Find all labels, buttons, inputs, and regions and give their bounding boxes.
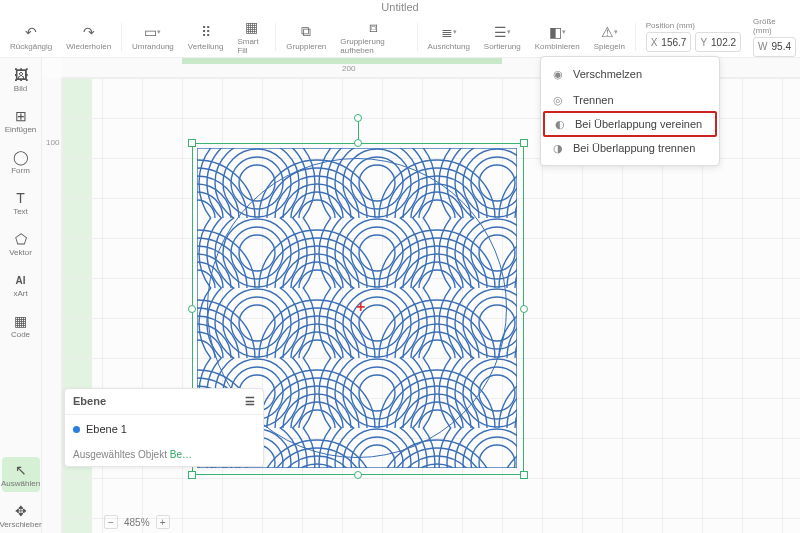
select-label: Auswählen — [1, 479, 40, 488]
position-group: Position (mm) X156.7 Y102.2 — [646, 21, 741, 52]
subtract-icon: ◑ — [551, 141, 565, 155]
handle-mid-right[interactable] — [520, 305, 528, 313]
vector-tool[interactable]: ⬠Vektor — [2, 226, 40, 261]
zoom-value: 485% — [124, 517, 150, 528]
layers-title: Ebene — [73, 395, 106, 408]
code-icon: ▦ — [12, 312, 30, 330]
image-tool[interactable]: 🖼Bild — [2, 62, 40, 97]
zoom-controls: − 485% + — [104, 515, 170, 529]
size-w-field[interactable]: W95.4 — [753, 37, 796, 57]
separator — [635, 23, 636, 51]
ruler-tick-100: 100 — [46, 138, 59, 147]
redo-icon: ↷ — [80, 23, 98, 41]
layers-panel[interactable]: Ebene ☰ Ebene 1 Ausgewähltes Objekt Be… — [64, 388, 264, 467]
selected-prefix: Ausgewähltes Objekt — [73, 449, 170, 460]
undo-button[interactable]: ↶Rückgängig — [4, 21, 58, 53]
distribute-button[interactable]: ⠿Verteilung — [182, 21, 230, 53]
merge-label: Verschmelzen — [573, 68, 642, 80]
y-value: 102.2 — [711, 37, 736, 48]
separator — [417, 23, 418, 51]
window-title: Untitled — [0, 0, 800, 16]
ruler-vertical: 100 — [42, 78, 62, 533]
combine-dropdown-menu: ◉Verschmelzen ◎Trennen ◐Bei Überlappung … — [540, 56, 720, 166]
shape-label: Form — [11, 166, 30, 175]
align-icon: ≣▾ — [440, 23, 458, 41]
menu-merge[interactable]: ◉Verschmelzen — [541, 61, 719, 87]
combine-button[interactable]: ◧▾Kombinieren — [529, 21, 586, 53]
move-tool[interactable]: ✥Verschieber — [2, 498, 40, 533]
sort-button[interactable]: ☰▾Sortierung — [478, 21, 527, 53]
handle-bottom-left[interactable] — [188, 471, 196, 479]
shape-tool[interactable]: ◯Form — [2, 144, 40, 179]
menu-separate[interactable]: ◎Trennen — [541, 87, 719, 113]
union-label: Bei Überlappung vereinen — [575, 118, 702, 130]
select-tool[interactable]: ↖Auswählen — [2, 457, 40, 492]
selected-link[interactable]: Be… — [170, 449, 192, 460]
insert-label: Einfügen — [5, 125, 37, 134]
rotation-line — [358, 120, 359, 140]
cursor-icon: ↖ — [12, 461, 30, 479]
xart-label: xArt — [13, 289, 27, 298]
ungroup-label: Gruppierung aufheben — [340, 37, 406, 55]
size-label: Größe (mm) — [753, 17, 796, 35]
undo-icon: ↶ — [22, 23, 40, 41]
layers-menu-icon[interactable]: ☰ — [245, 395, 255, 408]
separate-icon: ◎ — [551, 93, 565, 107]
move-label: Verschieber — [0, 520, 42, 529]
position-label: Position (mm) — [646, 21, 741, 30]
xart-icon: AI — [12, 271, 30, 289]
group-button[interactable]: ⧉Gruppieren — [280, 21, 332, 53]
separator — [121, 23, 122, 51]
code-tool[interactable]: ▦Code — [2, 308, 40, 343]
x-value: 156.7 — [661, 37, 686, 48]
insert-tool[interactable]: ⊞Einfügen — [2, 103, 40, 138]
insert-icon: ⊞ — [12, 107, 30, 125]
outline-icon: ▭▾ — [144, 23, 162, 41]
rotation-handle[interactable] — [354, 114, 362, 122]
handle-mid-left[interactable] — [188, 305, 196, 313]
menu-union-overlap[interactable]: ◐Bei Überlappung vereinen — [543, 111, 717, 137]
xart-tool[interactable]: AIxArt — [2, 267, 40, 302]
union-icon: ◐ — [553, 117, 567, 131]
combine-label: Kombinieren — [535, 42, 580, 51]
selected-object-row: Ausgewähltes Objekt Be… — [65, 443, 263, 466]
handle-top-left[interactable] — [188, 139, 196, 147]
distribute-label: Verteilung — [188, 42, 224, 51]
handle-mid-top[interactable] — [354, 139, 362, 147]
ungroup-button[interactable]: ⧈Gruppierung aufheben — [334, 16, 412, 57]
text-tool[interactable]: TText — [2, 185, 40, 220]
handle-top-right[interactable] — [520, 139, 528, 147]
text-label: Text — [13, 207, 28, 216]
outline-button[interactable]: ▭▾Umrandung — [126, 21, 180, 53]
smartfill-icon: ▦ — [242, 18, 260, 36]
w-prefix: W — [758, 41, 767, 52]
redo-label: Wiederholen — [66, 42, 111, 51]
smartfill-button[interactable]: ▦Smart Fill — [231, 16, 271, 57]
redo-button[interactable]: ↷Wiederholen — [60, 21, 117, 53]
sort-label: Sortierung — [484, 42, 521, 51]
align-button[interactable]: ≣▾Ausrichtung — [422, 21, 476, 53]
w-value: 95.4 — [772, 41, 791, 52]
zoom-out-button[interactable]: − — [104, 515, 118, 529]
text-icon: T — [12, 189, 30, 207]
zoom-in-button[interactable]: + — [156, 515, 170, 529]
layers-header: Ebene ☰ — [65, 389, 263, 415]
vector-icon: ⬠ — [12, 230, 30, 248]
ruler-tick-200: 200 — [342, 64, 355, 73]
merge-icon: ◉ — [551, 67, 565, 81]
mirror-button[interactable]: ⚠▾Spiegeln — [588, 21, 631, 53]
subtract-label: Bei Überlappung trennen — [573, 142, 695, 154]
shape-icon: ◯ — [12, 148, 30, 166]
handle-bottom-right[interactable] — [520, 471, 528, 479]
vector-label: Vektor — [9, 248, 32, 257]
position-x-field[interactable]: X156.7 — [646, 32, 692, 52]
align-label: Ausrichtung — [428, 42, 470, 51]
ungroup-icon: ⧈ — [365, 18, 383, 36]
layer-1-label: Ebene 1 — [86, 423, 127, 435]
handle-mid-bottom[interactable] — [354, 471, 362, 479]
left-toolbar: 🖼Bild ⊞Einfügen ◯Form TText ⬠Vektor AIxA… — [0, 58, 42, 533]
center-marker: + — [356, 298, 365, 316]
position-y-field[interactable]: Y102.2 — [695, 32, 741, 52]
layer-row-1[interactable]: Ebene 1 — [65, 415, 263, 443]
menu-subtract-overlap[interactable]: ◑Bei Überlappung trennen — [541, 135, 719, 161]
